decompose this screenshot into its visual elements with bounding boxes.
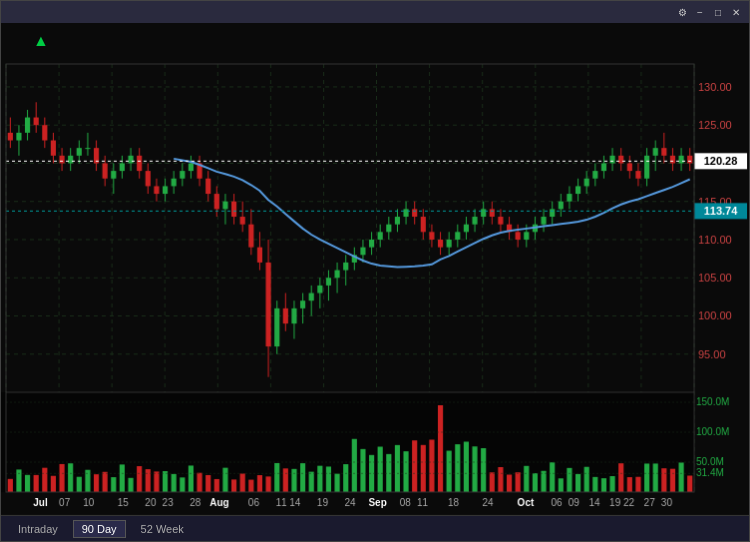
change-arrow: ▲ — [33, 32, 49, 50]
tab-90day[interactable]: 90 Day — [73, 520, 126, 538]
minimize-button[interactable]: − — [693, 7, 707, 18]
tab-intraday[interactable]: Intraday — [9, 520, 67, 538]
header-bar: ▲ — [1, 23, 749, 59]
price-chart[interactable] — [1, 59, 749, 514]
chart-container — [1, 59, 749, 515]
main-window: ⚙ − □ ✕ ▲ Intraday 90 Day 52 Week — [0, 0, 750, 542]
settings-icon[interactable]: ⚙ — [675, 7, 689, 18]
maximize-button[interactable]: □ — [711, 7, 725, 18]
bottom-bar: Intraday 90 Day 52 Week — [1, 515, 749, 541]
title-bar: ⚙ − □ ✕ — [1, 1, 749, 23]
close-button[interactable]: ✕ — [729, 7, 743, 18]
window-controls: ⚙ − □ ✕ — [675, 7, 743, 18]
tab-52week[interactable]: 52 Week — [132, 520, 193, 538]
